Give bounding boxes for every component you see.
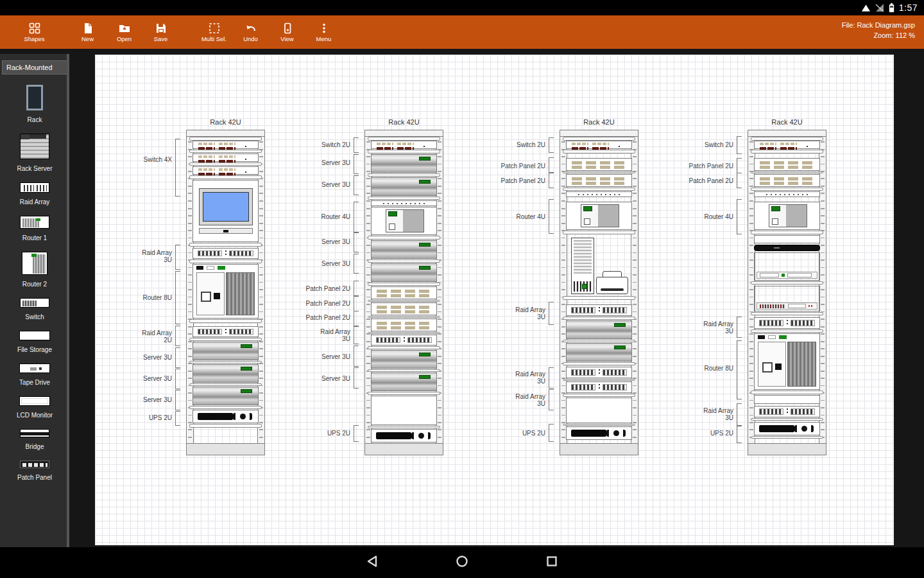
rack-unit-label[interactable]: UPS 2U xyxy=(100,414,172,421)
rack-unit-server[interactable] xyxy=(371,350,437,369)
rack-unit-label[interactable]: Server 3U xyxy=(278,353,350,360)
palette-item-file[interactable]: File Storage xyxy=(0,331,69,353)
rack-unit-raid[interactable] xyxy=(754,317,820,329)
back-button[interactable] xyxy=(359,550,385,575)
rack-unit-tray[interactable] xyxy=(189,361,262,363)
rack-unit-patch[interactable] xyxy=(371,319,437,331)
rack-unit-towerprinter[interactable] xyxy=(566,235,632,295)
rack-unit-ups[interactable] xyxy=(371,429,437,442)
rack-unit-blank[interactable] xyxy=(371,396,437,425)
rack-unit-server[interactable] xyxy=(371,263,437,282)
rack-unit-label[interactable]: Patch Panel 2U xyxy=(278,285,350,292)
rack-unit-bridge[interactable] xyxy=(754,245,820,251)
rack-unit-label[interactable]: Patch Panel 2U xyxy=(474,177,545,184)
rack-unit-blank[interactable] xyxy=(754,235,820,243)
palette-item-tape[interactable]: Tape Drive xyxy=(0,363,69,386)
rack-unit-server[interactable] xyxy=(566,320,632,339)
recents-button[interactable] xyxy=(539,550,565,575)
rack-unit-tape[interactable] xyxy=(754,252,820,281)
rack-unit-tray[interactable] xyxy=(368,259,440,263)
rack-title[interactable]: Rack 42U xyxy=(173,118,278,126)
rack-unit-patch[interactable] xyxy=(566,174,632,187)
rack-unit-tray[interactable] xyxy=(189,383,262,386)
rack-unit-raid[interactable] xyxy=(371,335,437,346)
rack-unit-label[interactable]: Server 3U xyxy=(100,354,172,361)
palette-item-router1[interactable]: Router 1 xyxy=(0,216,69,241)
rack-unit-tray[interactable] xyxy=(368,197,440,200)
rack-unit-label[interactable]: Server 3U xyxy=(100,396,172,403)
rack-unit-tray[interactable] xyxy=(368,173,440,177)
rack-unit-label[interactable]: Patch Panel 2U xyxy=(278,314,350,321)
home-button[interactable] xyxy=(449,550,475,575)
rack-unit-tray[interactable] xyxy=(751,281,823,285)
rack-unit-tray[interactable] xyxy=(368,426,440,428)
toolbar-button-view[interactable]: View xyxy=(269,15,305,49)
rack-unit-raid[interactable] xyxy=(754,406,820,417)
rack-unit-tray[interactable] xyxy=(368,346,440,349)
toolbar-button-open[interactable]: Open xyxy=(106,15,142,49)
rack-unit-ups[interactable] xyxy=(193,410,259,423)
rack-unit-router4[interactable] xyxy=(754,202,820,230)
rack-unit-label[interactable]: Raid Array 3U xyxy=(474,393,545,407)
rack-unit-tray[interactable] xyxy=(563,394,635,397)
rack-unit-tray[interactable] xyxy=(751,436,823,439)
rack-unit-tray[interactable] xyxy=(368,332,440,334)
palette-item-raid[interactable]: Raid Array xyxy=(0,182,69,206)
palette-item-rack[interactable]: Rack xyxy=(0,85,69,123)
rack-unit-label[interactable]: Router 4U xyxy=(474,213,545,220)
rack-unit-tray[interactable] xyxy=(189,150,262,153)
rack-unit-label[interactable]: Patch Panel 2U xyxy=(662,177,733,184)
rack-unit-label[interactable]: Server 3U xyxy=(100,375,172,382)
rack-title[interactable]: Rack 42U xyxy=(352,118,456,126)
rack-unit-router8[interactable] xyxy=(193,264,259,319)
rack-unit-dots[interactable] xyxy=(566,191,632,197)
rack-unit-label[interactable]: Server 3U xyxy=(278,238,350,245)
rack-unit-tray[interactable] xyxy=(563,340,635,342)
palette-scrollbar[interactable] xyxy=(67,54,69,547)
palette-item-rack-server[interactable]: Rack Server xyxy=(0,134,69,172)
palette-item-switch[interactable]: Switch xyxy=(0,298,69,320)
rack-unit-label[interactable]: Router 8U xyxy=(662,365,733,372)
palette-item-bridge[interactable]: Bridge xyxy=(0,429,69,450)
rack-unit-raid[interactable] xyxy=(193,248,259,259)
rack-unit-server[interactable] xyxy=(566,343,632,362)
rack-title[interactable]: Rack 42U xyxy=(735,118,839,126)
rack-unit-tray[interactable] xyxy=(563,317,635,320)
rack-unit-tray[interactable] xyxy=(368,300,440,302)
rack-unit-tray[interactable] xyxy=(368,283,440,286)
rack-unit-label[interactable]: Switch 2U xyxy=(474,141,545,148)
rack-unit-tray[interactable] xyxy=(189,259,262,263)
rack-unit-label[interactable]: Server 3U xyxy=(278,181,350,188)
rack-unit-label[interactable]: Switch 2U xyxy=(662,141,733,148)
palette-item-lcd[interactable]: LCD Monitor xyxy=(0,396,69,419)
rack-unit-tray[interactable] xyxy=(368,150,440,153)
rack-unit-ups[interactable] xyxy=(566,426,632,440)
rack-unit-dots[interactable] xyxy=(754,191,820,197)
rack-unit-patch[interactable] xyxy=(371,286,437,299)
rack-unit-raid[interactable] xyxy=(566,381,632,393)
rack-unit-lcd[interactable] xyxy=(193,180,259,242)
rack-unit-label[interactable]: UPS 2U xyxy=(278,430,350,437)
rack-unit-tray[interactable] xyxy=(368,369,440,372)
rack-unit-server[interactable] xyxy=(371,154,437,173)
rack-unit-tray[interactable] xyxy=(563,362,635,365)
rack-unit-label[interactable]: Server 3U xyxy=(278,260,350,267)
rack-unit-switch[interactable] xyxy=(193,153,259,162)
rack-unit-server[interactable] xyxy=(371,177,437,196)
rack-unit-tray[interactable] xyxy=(563,296,635,300)
rack-unit-server[interactable] xyxy=(193,364,259,383)
rack-unit-raid[interactable] xyxy=(193,326,259,337)
rack-unit-tray[interactable] xyxy=(563,171,635,173)
toolbar-button-multisel[interactable]: Multi Sel. xyxy=(196,15,232,49)
rack-unit-tray[interactable] xyxy=(368,392,440,395)
rack-unit-raid[interactable] xyxy=(566,304,632,316)
toolbar-button-menu[interactable]: Menu xyxy=(305,15,342,49)
rack-unit-tray[interactable] xyxy=(189,424,262,428)
rack-unit-label[interactable]: Raid Array 3U xyxy=(662,320,733,335)
rack-unit-label[interactable]: Server 3U xyxy=(278,159,350,166)
rack-unit-tray[interactable] xyxy=(189,162,262,166)
rack-unit-switch[interactable] xyxy=(193,166,259,175)
rack-unit-switch[interactable] xyxy=(193,141,259,149)
rack-unit-tray[interactable] xyxy=(368,236,440,240)
rack-unit-tray[interactable] xyxy=(563,424,635,426)
